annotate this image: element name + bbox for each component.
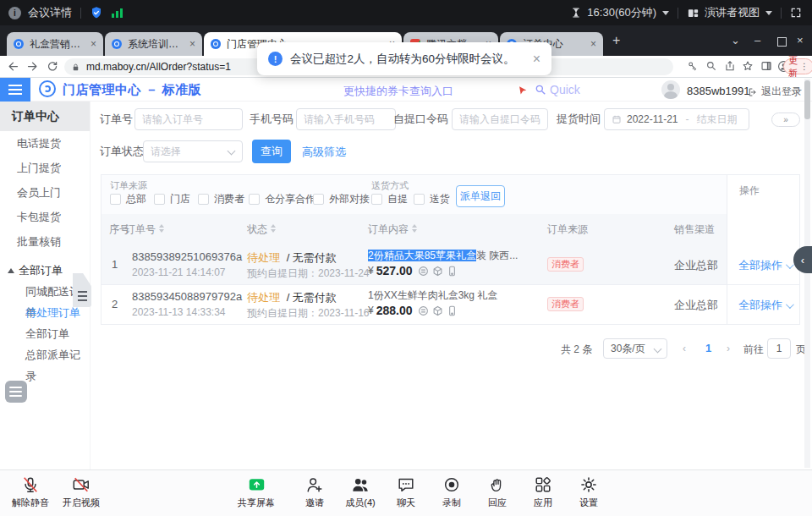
col-content[interactable]: 订单内容 [368,214,418,244]
page-size-select[interactable]: 30条/页 [603,338,667,359]
reaction-button[interactable]: 回应 [472,470,523,509]
shield-icon[interactable] [90,6,103,19]
fullscreen-icon[interactable] [790,7,802,19]
checkbox-delivery-selfpickup[interactable]: 自提 [371,192,408,206]
sort-icon[interactable] [270,223,277,233]
date-range-picker[interactable]: 2022-11-21 - 结束日期 [604,108,749,130]
record-button[interactable]: 录制 [426,470,477,509]
invite-button[interactable]: 邀请 [289,470,340,509]
coupon-icon[interactable] [418,266,429,277]
col-order-no[interactable]: 订单号 [125,214,165,244]
apps-button[interactable]: 应用 [518,470,568,509]
col-status[interactable]: 状态 [247,214,277,244]
sidebar-item-member-visit[interactable]: 会员上门 [0,181,90,205]
checkbox-icon[interactable] [198,194,209,205]
checkbox-icon[interactable] [249,194,260,205]
browser-tab-2[interactable]: 系统培训学习 × [105,32,202,56]
prev-page-button[interactable]: ‹ [683,343,686,354]
window-close-icon[interactable]: × [797,33,804,48]
user-avatar[interactable] [661,80,680,99]
phone-icon[interactable] [447,266,458,277]
network-signal-icon[interactable] [112,8,123,18]
sidebar-item-card-pickup[interactable]: 卡包提货 [0,206,90,229]
meeting-info-icon[interactable]: i [8,7,21,19]
browser-tab-1[interactable]: 礼盒营销平台管理中心 × [7,32,103,56]
dispatch-return-button[interactable]: 派单退回 [456,185,505,207]
sidebar-item-phone-pickup[interactable]: 电话提货 [0,132,90,156]
window-chevron-icon[interactable]: ⌄ [731,33,740,48]
start-video-button[interactable]: 开启视频 [56,470,107,509]
reload-icon[interactable] [46,60,58,76]
coupon-icon[interactable] [418,305,429,316]
cube-icon[interactable] [432,305,443,316]
view-chevron-down-icon[interactable] [765,11,772,15]
sidebar-item-hq-dispatch-log[interactable]: 总部派单记录 [0,344,90,365]
share-screen-button[interactable]: 共享屏幕 [231,470,282,509]
row1-all-actions-dropdown[interactable]: 全部操作 [738,258,792,273]
chat-button[interactable]: 聊天 [381,470,431,509]
row2-all-actions-dropdown[interactable]: 全部操作 [738,298,792,313]
timer-chevron-down-icon[interactable] [662,11,669,15]
checkbox-icon[interactable] [110,194,121,205]
kebab-menu-icon[interactable]: ⋮ [800,62,809,71]
goto-page-input[interactable]: 1 [767,338,791,359]
share-icon[interactable] [724,60,736,75]
checkbox-icon[interactable] [154,194,165,205]
table-row-2[interactable]: 2 83859345088979792a 2023-11-13 14:33:34… [102,285,728,325]
quick-entry-link[interactable]: 更快捷的券卡查询入口 [343,84,453,99]
back-icon[interactable] [7,60,19,76]
forward-icon[interactable] [26,60,39,76]
sort-icon[interactable] [411,223,418,233]
phone-input[interactable] [296,108,396,130]
sidebar-toggle-button[interactable] [0,78,30,102]
members-button[interactable]: 成员(4) [335,470,386,509]
window-minimize-icon[interactable]: – [754,33,760,48]
quick-label[interactable]: Quick [550,83,580,96]
window-restore-icon[interactable] [777,37,787,47]
sort-icon[interactable] [158,223,165,233]
tab-close-icon[interactable]: × [84,38,96,50]
next-page-button[interactable]: › [727,343,730,354]
collapse-filters-pill[interactable]: » [771,113,800,127]
checkbox-icon[interactable] [414,194,425,205]
new-tab-button[interactable]: + [612,33,620,48]
zoom-icon[interactable] [705,60,717,75]
checkbox-icon[interactable] [313,194,324,205]
toast-close-icon[interactable]: × [533,52,540,66]
current-page[interactable]: 1 [705,342,711,354]
key-icon[interactable] [687,60,699,75]
tab-close-icon[interactable]: × [584,38,596,50]
checkbox-source-external[interactable]: 外部对接 [313,192,370,206]
sidebar-item-all-orders[interactable]: 全部订单 [0,323,90,344]
settings-button[interactable]: 设置 [563,470,614,509]
logout-button[interactable]: 退出登录 [748,85,802,99]
search-button[interactable]: 查询 [252,140,291,163]
floating-list-button[interactable] [5,381,27,403]
meeting-details-link[interactable]: 会议详情 [28,5,72,20]
sidebar-item-batch-verify[interactable]: 批量核销 [0,230,90,254]
scrollbar-thumb[interactable] [804,80,810,119]
phone-icon[interactable] [447,305,458,316]
meeting-timer[interactable]: 16:30(60分钟) [587,5,656,20]
split-screen-icon[interactable] [760,60,772,75]
checkbox-source-warehouse-share[interactable]: 仓分享合作 [249,192,315,206]
advanced-filter-link[interactable]: 高级筛选 [302,145,346,160]
bookmark-star-icon[interactable] [742,60,754,75]
sidebar-item-door-pickup[interactable]: 上门提货 [0,156,90,180]
order-status-select[interactable]: 请选择 [143,140,243,162]
checkbox-icon[interactable] [371,194,382,205]
quick-search-icon[interactable] [535,84,546,99]
unmute-button[interactable]: 解除静音 [5,470,56,509]
checkbox-source-consumer[interactable]: 消费者 [198,192,244,206]
pickup-code-input[interactable] [452,108,548,130]
view-mode-switch[interactable]: 演讲者视图 [705,5,760,20]
table-row-1[interactable]: 1 83859389251069376a 2023-11-21 14:14:07… [102,244,728,284]
tab-close-icon[interactable]: × [183,38,195,50]
checkbox-source-store[interactable]: 门店 [154,192,190,206]
checkbox-delivery-deliver[interactable]: 送货 [414,192,450,206]
checkbox-source-hq[interactable]: 总部 [110,192,146,206]
order-no-input[interactable] [134,108,243,130]
update-menu-pill[interactable]: 更新 ⋮ [783,58,812,74]
page-scrollbar[interactable] [804,79,810,468]
cube-icon[interactable] [432,266,443,277]
